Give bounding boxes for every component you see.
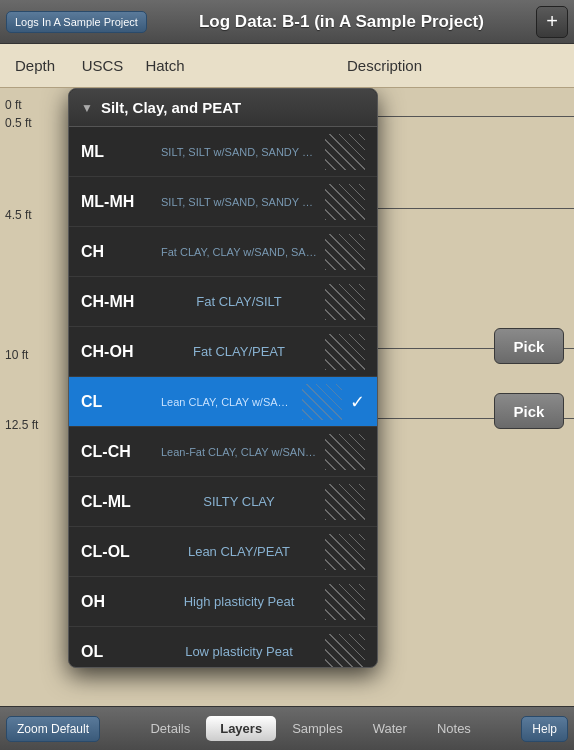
depth-label-125: 12.5 ft: [5, 418, 38, 432]
item-desc-cl-ch: Lean-Fat CLAY, CLAY w/SAND,...: [161, 446, 317, 458]
dropdown-header: ▼ Silt, Clay, and PEAT: [69, 89, 377, 127]
item-code-ch: CH: [81, 243, 161, 261]
dropdown-item-ml[interactable]: ML SILT, SILT w/SAND, SANDY SILT: [69, 127, 377, 177]
uscs-dropdown: ▼ Silt, Clay, and PEAT ML SILT, SILT w/S…: [68, 88, 378, 668]
tab-samples[interactable]: Samples: [278, 716, 357, 741]
item-code-ml: ML: [81, 143, 161, 161]
description-column-header: Description: [195, 57, 574, 74]
item-hatch-cl: [302, 384, 342, 420]
dropdown-item-cl-ch[interactable]: CL-CH Lean-Fat CLAY, CLAY w/SAND,...: [69, 427, 377, 477]
tab-notes[interactable]: Notes: [423, 716, 485, 741]
add-button[interactable]: +: [536, 6, 568, 38]
tab-layers[interactable]: Layers: [206, 716, 276, 741]
item-code-ch-mh: CH-MH: [81, 293, 161, 311]
item-hatch-ol: [325, 634, 365, 668]
dropdown-header-title: Silt, Clay, and PEAT: [101, 99, 241, 116]
dropdown-item-ch-mh[interactable]: CH-MH Fat CLAY/SILT: [69, 277, 377, 327]
item-hatch-ch-mh: [325, 284, 365, 320]
dropdown-item-ol[interactable]: OL Low plasticity Peat: [69, 627, 377, 667]
item-hatch-ch-oh: [325, 334, 365, 370]
hatch-column-header: Hatch: [135, 57, 195, 74]
item-hatch-cl-ch: [325, 434, 365, 470]
item-desc-ch-oh: Fat CLAY/PEAT: [161, 344, 317, 359]
item-hatch-cl-ol: [325, 534, 365, 570]
dropdown-item-ml-mh[interactable]: ML-MH SILT, SILT w/SAND, SANDY SILT: [69, 177, 377, 227]
item-code-ml-mh: ML-MH: [81, 193, 161, 211]
page-title: Log Data: B-1 (in A Sample Project): [147, 12, 536, 32]
item-code-ch-oh: CH-OH: [81, 343, 161, 361]
item-code-ol: OL: [81, 643, 161, 661]
back-button[interactable]: Logs In A Sample Project: [6, 11, 147, 33]
help-button[interactable]: Help: [521, 716, 568, 742]
item-desc-ml: SILT, SILT w/SAND, SANDY SILT: [161, 146, 317, 158]
dropdown-item-cl-ol[interactable]: CL-OL Lean CLAY/PEAT: [69, 527, 377, 577]
bottom-tabs: Details Layers Samples Water Notes: [100, 716, 521, 741]
item-desc-cl-ml: SILTY CLAY: [161, 494, 317, 509]
depth-label-05: 0.5 ft: [5, 116, 32, 130]
item-hatch-ch: [325, 234, 365, 270]
zoom-default-button[interactable]: Zoom Default: [6, 716, 100, 742]
item-code-cl-ml: CL-ML: [81, 493, 161, 511]
item-code-cl-ol: CL-OL: [81, 543, 161, 561]
depth-column-header: Depth: [0, 57, 70, 74]
item-desc-ch: Fat CLAY, CLAY w/SAND, SAND...: [161, 246, 317, 258]
pick-button-2[interactable]: Pick: [494, 393, 564, 429]
dropdown-item-ch-oh[interactable]: CH-OH Fat CLAY/PEAT: [69, 327, 377, 377]
tab-details[interactable]: Details: [136, 716, 204, 741]
column-headers: Depth USCS Hatch Description: [0, 44, 574, 88]
tab-water[interactable]: Water: [359, 716, 421, 741]
pick-button-1[interactable]: Pick: [494, 328, 564, 364]
item-code-cl-ch: CL-CH: [81, 443, 161, 461]
checkmark-icon: ✓: [350, 391, 365, 413]
dropdown-item-oh[interactable]: OH High plasticity Peat: [69, 577, 377, 627]
item-hatch-ml: [325, 134, 365, 170]
item-desc-oh: High plasticity Peat: [161, 594, 317, 609]
dropdown-arrow-icon: ▼: [81, 101, 93, 115]
uscs-column-header: USCS: [70, 57, 135, 74]
item-desc-cl-ol: Lean CLAY/PEAT: [161, 544, 317, 559]
dropdown-item-cl-ml[interactable]: CL-ML SILTY CLAY: [69, 477, 377, 527]
item-desc-cl: Lean CLAY, CLAY w/SAND,...: [161, 396, 294, 408]
item-code-cl: CL: [81, 393, 161, 411]
item-hatch-oh: [325, 584, 365, 620]
item-hatch-ml-mh: [325, 184, 365, 220]
item-code-oh: OH: [81, 593, 161, 611]
top-nav-bar: Logs In A Sample Project Log Data: B-1 (…: [0, 0, 574, 44]
bottom-tab-bar: Zoom Default Details Layers Samples Wate…: [0, 706, 574, 750]
item-desc-ch-mh: Fat CLAY/SILT: [161, 294, 317, 309]
depth-label-45: 4.5 ft: [5, 208, 32, 222]
depth-label-10: 10 ft: [5, 348, 28, 362]
depth-label-0: 0 ft: [5, 98, 22, 112]
item-hatch-cl-ml: [325, 484, 365, 520]
log-area: 0 ft 0.5 ft 4.5 ft 10 ft 12.5 ft ML) dy …: [0, 88, 574, 706]
dropdown-item-cl[interactable]: CL Lean CLAY, CLAY w/SAND,... ✓: [69, 377, 377, 427]
item-desc-ol: Low plasticity Peat: [161, 644, 317, 659]
item-desc-ml-mh: SILT, SILT w/SAND, SANDY SILT: [161, 196, 317, 208]
dropdown-item-ch[interactable]: CH Fat CLAY, CLAY w/SAND, SAND...: [69, 227, 377, 277]
dropdown-list: ML SILT, SILT w/SAND, SANDY SILT ML-MH S…: [69, 127, 377, 667]
